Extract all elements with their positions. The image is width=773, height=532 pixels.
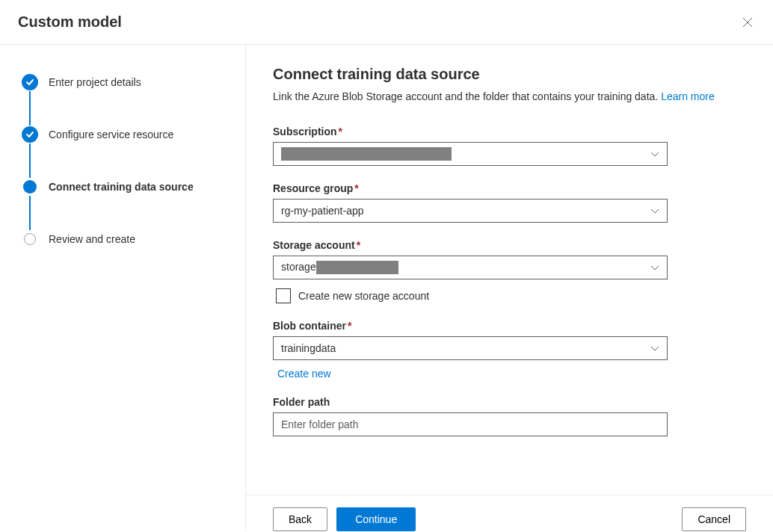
field-storage-account: Storage account* storage Create new stor… [273,239,746,303]
create-new-container-link[interactable]: Create new [277,368,331,380]
folder-path-label: Folder path [273,396,746,408]
subscription-dropdown[interactable] [273,142,668,166]
step-connector [29,143,31,178]
dialog-footer: Back Continue Cancel [246,495,773,531]
check-circle-icon [22,126,38,143]
step-enter-project-details[interactable]: Enter project details [22,73,230,91]
resource-group-label: Resource group* [273,182,746,194]
step-label: Enter project details [49,76,141,88]
step-connect-training-data-source[interactable]: Connect training data source [22,178,230,196]
step-connector [29,196,31,230]
field-resource-group: Resource group* rg-my-patient-app [273,182,746,223]
step-label: Review and create [49,233,135,245]
storage-account-dropdown[interactable]: storage [273,256,668,279]
close-button[interactable] [740,15,755,30]
check-circle-icon [22,74,38,90]
step-label: Connect training data source [49,181,194,193]
storage-account-label: Storage account* [273,239,746,251]
field-blob-container: Blob container* trainingdata Create new [273,320,746,380]
blob-container-value: trainingdata [281,342,336,354]
chevron-down-icon [650,205,659,217]
chevron-down-icon [650,342,659,354]
cancel-button[interactable]: Cancel [682,507,746,531]
create-storage-checkbox[interactable] [276,288,291,303]
current-step-dot-icon [23,180,37,194]
blob-container-label: Blob container* [273,320,746,332]
subscription-label: Subscription* [273,126,746,137]
form-title: Connect training data source [273,66,746,83]
step-connector [29,91,31,126]
back-button[interactable]: Back [273,507,327,531]
folder-path-input[interactable] [273,412,668,436]
wizard-steps-sidebar: Enter project details Configure service … [0,45,245,531]
subscription-value [281,147,452,161]
resource-group-value: rg-my-patient-app [281,205,364,217]
dialog-title: Custom model [18,13,122,31]
chevron-down-icon [650,262,659,273]
create-storage-checkbox-label: Create new storage account [298,290,429,302]
resource-group-dropdown[interactable]: rg-my-patient-app [273,199,668,223]
blob-container-dropdown[interactable]: trainingdata [273,336,668,360]
main-panel: Connect training data source Link the Az… [245,45,773,531]
step-review-and-create[interactable]: Review and create [22,230,230,248]
step-configure-service-resource[interactable]: Configure service resource [22,126,230,143]
close-icon [742,17,753,28]
step-label: Configure service resource [49,129,173,140]
storage-account-value: storage [281,261,398,274]
continue-button[interactable]: Continue [336,507,416,531]
form-description: Link the Azure Blob Storage account and … [273,89,721,105]
dialog-header: Custom model [0,0,773,45]
learn-more-link[interactable]: Learn more [661,90,715,102]
chevron-down-icon [650,148,659,160]
pending-step-circle-icon [24,233,36,245]
field-folder-path: Folder path [273,396,746,436]
field-subscription: Subscription* [273,126,746,166]
